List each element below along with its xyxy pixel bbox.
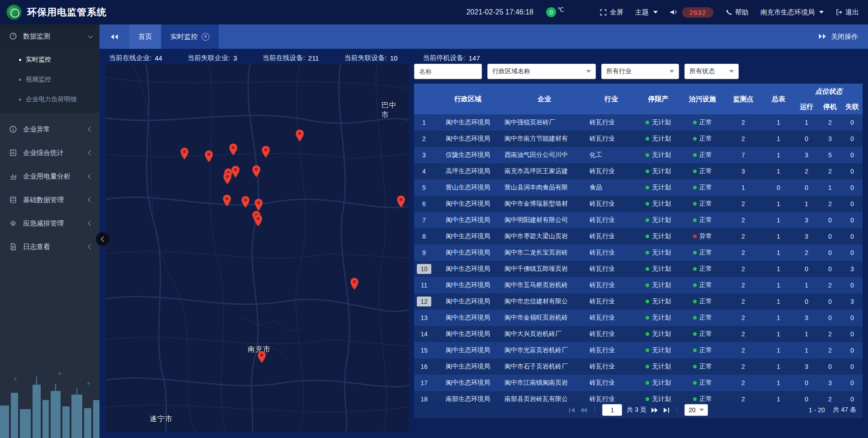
table-row[interactable]: 9 阆中生态环境局 阆中市二龙长宝页岩砖 砖瓦行业 无计划 正常 2 1 2 0… xyxy=(414,245,863,261)
sidebar-group-data-monitoring[interactable]: 数据监测 xyxy=(0,24,99,48)
chevron-down-icon xyxy=(670,70,674,73)
fullscreen-button[interactable]: 全屏 xyxy=(599,8,623,17)
scroll-tabs-left-icon[interactable] xyxy=(110,34,118,40)
name-search-input[interactable] xyxy=(414,64,482,79)
table-row[interactable]: 6 阆中生态环境局 阆中市金博瑞新型墙材 砖瓦行业 无计划 正常 2 1 1 2… xyxy=(414,196,863,212)
cell-company: 南充市高坪区王家店建 xyxy=(502,167,587,175)
sidebar-group-emergency-reduction[interactable]: 应急减排管理 xyxy=(0,212,99,235)
map-pin[interactable] xyxy=(252,165,261,179)
cell-monitor-points: 2 xyxy=(724,330,762,338)
last-page-button[interactable] xyxy=(663,408,670,413)
sidebar-group-base-data[interactable]: 基础数据管理 xyxy=(0,188,99,212)
theme-dropdown[interactable]: 主题 xyxy=(635,8,658,17)
map-pin[interactable] xyxy=(295,129,304,144)
help-button[interactable]: 帮助 xyxy=(725,8,749,17)
table-row[interactable]: 2 阆中生态环境局 阆中市南方节能建材有 砖瓦行业 无计划 正常 2 1 0 3… xyxy=(414,131,863,147)
map-pin[interactable] xyxy=(350,278,359,292)
cell-running: 0 xyxy=(795,135,818,142)
page-size-select[interactable]: 20 xyxy=(684,404,708,416)
map-pin[interactable] xyxy=(261,146,270,160)
status-select[interactable]: 所有状态 xyxy=(684,64,739,79)
table-row[interactable]: 7 阆中生态环境局 阆中明阳建材有限公司 砖瓦行业 无计划 正常 2 1 3 0… xyxy=(414,212,863,228)
table-row[interactable]: 5 营山生态环境局 营山县润丰肉食品有限 食品 无计划 正常 1 0 0 1 0 xyxy=(414,179,863,196)
cell-industry: 砖瓦行业 xyxy=(587,200,636,208)
status-dot xyxy=(646,381,649,385)
first-page-button[interactable] xyxy=(569,408,576,413)
table-row[interactable]: 18 南部生态环境局 南部县页岩砖瓦有限公 砖瓦行业 无计划 正常 2 1 0 … xyxy=(414,391,863,402)
sidebar-item-power-load-detail[interactable]: 企业电力负荷明细 xyxy=(0,89,99,109)
tab-label: 首页 xyxy=(138,33,152,41)
region-select[interactable]: 行政区域名称 xyxy=(487,64,596,79)
map-pin[interactable] xyxy=(204,150,213,165)
cell-production-status: 无计划 xyxy=(636,314,681,322)
tab-realtime-monitor[interactable]: 实时监控 × xyxy=(161,24,219,49)
map-pin[interactable] xyxy=(241,196,250,210)
stat-item: 当前在线企业: 44 xyxy=(109,54,162,62)
status-dot xyxy=(646,202,649,206)
logout-button[interactable]: 退出 xyxy=(835,8,859,17)
map-pin[interactable] xyxy=(231,165,240,180)
map-city-label: 巴中市 xyxy=(382,101,400,120)
collapse-sidebar-button[interactable] xyxy=(96,232,109,246)
table-row[interactable]: 13 阆中生态环境局 阆中市金福旺页岩机砖 砖瓦行业 无计划 正常 2 1 3 … xyxy=(414,310,863,326)
map-pin[interactable] xyxy=(254,214,263,229)
table-row[interactable]: 11 阆中生态环境局 阆中市五马桥页岩机砖 砖瓦行业 无计划 正常 2 1 1 … xyxy=(414,277,863,293)
scroll-tabs-right-icon[interactable] xyxy=(818,33,826,41)
speaker-icon[interactable] xyxy=(670,9,678,16)
industry-select[interactable]: 所有行业 xyxy=(601,64,679,79)
map-pin[interactable] xyxy=(257,351,266,365)
cell-company: 阆中千佛镇五郎垭页岩 xyxy=(502,265,587,273)
sidebar-item-video-monitor[interactable]: 视频监控 xyxy=(0,70,99,89)
map-pin[interactable] xyxy=(229,143,238,158)
map-pin[interactable] xyxy=(222,194,231,209)
fullscreen-icon xyxy=(599,9,607,16)
table-row[interactable]: 3 仪陇生态环境局 西南油气田分公司川中 化工 无计划 正常 7 1 3 5 0 xyxy=(414,147,863,163)
stat-label: 当前失联设备: xyxy=(344,54,387,62)
cell-company: 阆中市光富页岩机砖厂 xyxy=(502,346,587,354)
close-operations-button[interactable]: 关闭操作 xyxy=(818,33,868,41)
status-dot xyxy=(646,153,649,157)
table-row[interactable]: 1 阆中生态环境局 阆中强锐页岩砖厂 砖瓦行业 无计划 正常 2 1 1 2 0 xyxy=(414,114,863,131)
status-dot xyxy=(646,349,649,352)
prev-page-button[interactable] xyxy=(580,408,587,413)
sidebar-group-company-stats[interactable]: 企业综合统计 xyxy=(0,141,99,165)
stat-value: 3 xyxy=(233,54,237,62)
table-row[interactable]: 15 阆中生态环境局 阆中市光富页岩机砖厂 砖瓦行业 无计划 正常 2 1 1 … xyxy=(414,342,863,358)
cell-company: 阆中市忠信建材有限公 xyxy=(502,297,587,306)
tab-home[interactable]: 首页 xyxy=(129,24,161,49)
map-city-label: 遂宁市 xyxy=(150,414,173,424)
table-row[interactable]: 16 阆中生态环境局 阆中市石子页岩机砖厂 砖瓦行业 无计划 正常 2 1 3 … xyxy=(414,358,863,375)
map-pin[interactable] xyxy=(396,195,406,210)
alarm-count-badge[interactable]: 2632 xyxy=(682,7,713,18)
cell-stopped: 0 xyxy=(818,265,842,273)
map-pin[interactable] xyxy=(180,147,189,162)
sidebar-group-power-analysis[interactable]: 企业用电量分析 xyxy=(0,165,99,188)
cell-monitor-points: 2 xyxy=(724,249,762,256)
page-number-input[interactable] xyxy=(602,404,622,416)
next-page-button[interactable] xyxy=(651,408,658,413)
sidebar-item-realtime-monitor[interactable]: 实时监控 xyxy=(0,50,99,70)
cell-total-meters: 1 xyxy=(762,135,795,142)
table-row[interactable]: 12 阆中生态环境局 阆中市忠信建材有限公 砖瓦行业 无计划 正常 2 1 0 … xyxy=(414,293,863,310)
table-row[interactable]: 4 高坪生态环境局 南充市高坪区王家店建 砖瓦行业 无计划 正常 3 1 2 2… xyxy=(414,163,863,179)
sidebar-group-company-abnormal[interactable]: 企业异常 xyxy=(0,118,99,141)
cell-running: 3 xyxy=(795,233,818,240)
status-dot xyxy=(693,316,697,320)
table-row[interactable]: 17 阆中生态环境局 阆中市江南镇阆南页岩 砖瓦行业 无计划 正常 2 1 0 … xyxy=(414,375,863,391)
table-row[interactable]: 14 阆中生态环境局 阆中大兴页岩机砖厂 砖瓦行业 无计划 正常 2 1 1 2… xyxy=(414,326,863,342)
temperature-badge: 0 ℃ xyxy=(546,7,564,17)
close-tab-icon[interactable]: × xyxy=(202,33,209,41)
chevron-down-icon xyxy=(699,409,704,411)
cell-industry: 砖瓦行业 xyxy=(587,118,636,127)
sidebar-group-log-view[interactable]: 日志查看 xyxy=(0,235,99,259)
map-pin[interactable] xyxy=(223,172,232,187)
cell-company: 阆中市石子页岩机砖厂 xyxy=(502,363,587,371)
cell-total-meters: 1 xyxy=(762,233,795,240)
map-panel[interactable]: 巴中市南充市遂宁市 xyxy=(105,64,409,432)
phone-icon xyxy=(725,9,732,16)
cell-disconnected: 0 xyxy=(842,314,863,321)
cell-treatment-status: 正常 xyxy=(681,265,724,273)
org-dropdown[interactable]: 南充市生态环境局 xyxy=(760,8,824,17)
table-row[interactable]: 10 阆中生态环境局 阆中千佛镇五郎垭页岩 砖瓦行业 无计划 正常 2 1 0 … xyxy=(414,261,863,277)
table-row[interactable]: 8 阆中生态环境局 阆中市枣碧大梁山页岩 砖瓦行业 无计划 异常 2 1 3 0… xyxy=(414,228,863,245)
